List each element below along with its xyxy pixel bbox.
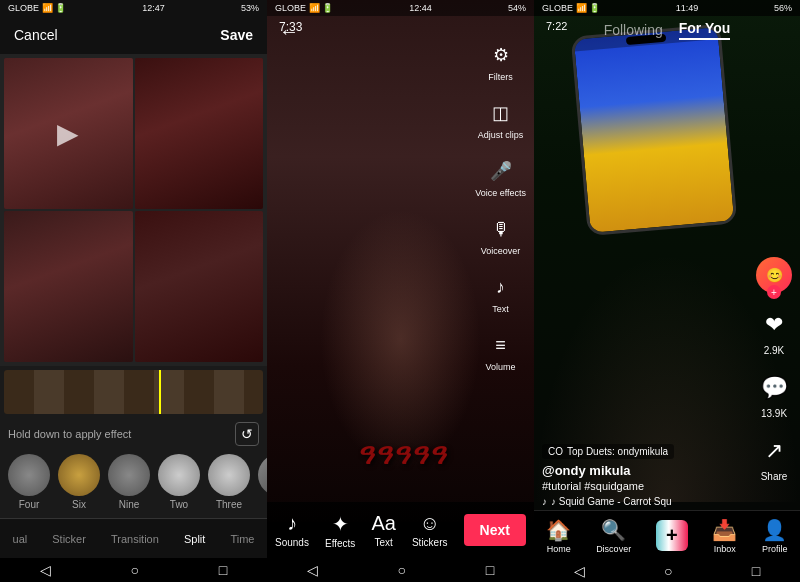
nav-back-icon-filters[interactable]: ◁ [307, 562, 318, 578]
effects-button[interactable]: ✦ Effects [325, 512, 355, 549]
inbox-icon: 📥 [712, 518, 737, 542]
effect-two[interactable]: Two [158, 454, 200, 510]
nav-profile-button[interactable]: 👤 Profile [762, 518, 788, 554]
editor-header: Cancel Save [0, 16, 267, 54]
effect-circle-two [158, 454, 200, 496]
filters-sidebar: ⚙ Filters ◫ Adjust clips 🎤 Voice effects… [475, 40, 526, 372]
hashtags-text[interactable]: #tutorial #squidgame [542, 480, 750, 492]
nav-recents-icon-filters[interactable]: □ [486, 562, 494, 578]
tab-sticker[interactable]: Sticker [52, 533, 86, 545]
filter-tool-filters[interactable]: ⚙ Filters [486, 40, 516, 82]
duets-badge[interactable]: CO Top Duets: ondymikula [542, 444, 674, 459]
effect-label-four: Four [19, 499, 40, 510]
volume-icon: ≡ [486, 330, 516, 360]
tiktok-like-action[interactable]: ❤ 2.9K [756, 307, 792, 356]
nav-following[interactable]: Following [604, 22, 663, 38]
nav-back-icon-tiktok[interactable]: ◁ [574, 563, 585, 579]
tiktok-share-action[interactable]: ↗ Share [756, 433, 792, 482]
timeline-strip[interactable] [4, 370, 263, 414]
effects-icon: ✦ [332, 512, 349, 536]
nav-for-you[interactable]: For You [679, 20, 731, 40]
effect-three[interactable]: Three [208, 454, 250, 510]
video-thumb-3[interactable] [4, 211, 133, 362]
nav-home-button[interactable]: 🏠 Home [546, 518, 571, 554]
adjust-label: Adjust clips [478, 130, 524, 140]
status-bar-filters: GLOBE 📶 🔋 12:44 54% [267, 0, 534, 16]
discover-label: Discover [596, 544, 631, 554]
add-icon: + [656, 520, 688, 551]
phone-screen-display [574, 27, 734, 233]
filter-tool-voiceover[interactable]: 🎙 Voiceover [481, 214, 521, 256]
next-button[interactable]: Next [464, 514, 526, 546]
tab-ual[interactable]: ual [13, 533, 28, 545]
like-icon: ❤ [756, 307, 792, 343]
tiktok-avatar-action[interactable]: 😊 + [756, 257, 792, 293]
nav-back-icon[interactable]: ◁ [40, 562, 51, 578]
nav-home-icon-filters[interactable]: ○ [398, 562, 406, 578]
cancel-button[interactable]: Cancel [14, 27, 58, 43]
filter-tool-volume[interactable]: ≡ Volume [486, 330, 516, 372]
effect-six[interactable]: Six [58, 454, 100, 510]
status-battery-filters: 54% [508, 3, 526, 13]
sounds-icon: ♪ [287, 512, 297, 535]
follow-plus-icon: + [767, 285, 781, 299]
video-thumb-1[interactable]: ▶ [4, 58, 133, 209]
sounds-button[interactable]: ♪ Sounds [275, 512, 309, 548]
share-label: Share [761, 471, 788, 482]
effect-label-three: Three [216, 499, 242, 510]
profile-label: Profile [762, 544, 788, 554]
effect-circle-four [8, 454, 50, 496]
nav-home-icon-tiktok[interactable]: ○ [664, 563, 672, 579]
stickers-button[interactable]: ☺ Stickers [412, 512, 448, 548]
timeline-inner [4, 370, 263, 414]
voiceover-icon: 🎙 [486, 214, 516, 244]
effect-label-two: Two [170, 499, 188, 510]
video-thumb-4[interactable] [135, 211, 264, 362]
timeline-cursor [159, 370, 161, 414]
filters-label: Filters [488, 72, 513, 82]
status-left-editor: GLOBE 📶 🔋 [8, 3, 66, 13]
held-phone [571, 24, 738, 236]
nav-inbox-button[interactable]: 📥 Inbox [712, 518, 737, 554]
undo-button[interactable]: ↺ [235, 422, 259, 446]
video-thumb-2[interactable] [135, 58, 264, 209]
text-tool-icon: ♪ [486, 272, 516, 302]
sounds-label: Sounds [275, 537, 309, 548]
adjust-icon: ◫ [486, 98, 516, 128]
effect-nine[interactable]: Nine [108, 454, 150, 510]
filter-tool-adjust[interactable]: ◫ Adjust clips [478, 98, 524, 140]
nav-recents-icon-tiktok[interactable]: □ [752, 563, 760, 579]
home-icon: 🏠 [546, 518, 571, 542]
status-left-filters: GLOBE 📶 🔋 [275, 3, 333, 13]
music-text[interactable]: ♪ ♪ Squid Game - Carrot Squ [542, 496, 750, 507]
nav-recents-icon[interactable]: □ [219, 562, 227, 578]
effect-four[interactable]: Four [8, 454, 50, 510]
nav-home-icon[interactable]: ○ [131, 562, 139, 578]
filter-tool-text[interactable]: ♪ Text [486, 272, 516, 314]
nav-discover-button[interactable]: 🔍 Discover [596, 518, 631, 554]
editor-bottom-bar: ual Sticker Transition Split Time [0, 518, 267, 558]
tiktok-top-nav: Following For You [534, 20, 800, 40]
duets-text: Top Duets: ondymikula [567, 446, 668, 457]
filters-icon: ⚙ [486, 40, 516, 70]
text-button[interactable]: Aa Text [371, 512, 395, 548]
effect-mix[interactable]: Mix [258, 454, 267, 510]
status-battery-editor: 53% [241, 3, 259, 13]
nav-add-button[interactable]: + [656, 520, 688, 551]
status-time-editor: 12:47 [142, 3, 165, 13]
filter-tool-voice[interactable]: 🎤 Voice effects [475, 156, 526, 198]
username-text[interactable]: @ondy mikula [542, 463, 750, 478]
save-button[interactable]: Save [220, 27, 253, 43]
tiktok-comment-action[interactable]: 💬 13.9K [756, 370, 792, 419]
text-icon: Aa [371, 512, 395, 535]
tab-split[interactable]: Split [184, 533, 205, 545]
tab-time[interactable]: Time [230, 533, 254, 545]
home-label: Home [547, 544, 571, 554]
user-avatar: 😊 + [756, 257, 792, 293]
status-bar-tiktok: GLOBE 📶 🔋 11:49 56% [534, 0, 800, 16]
like-count: 2.9K [764, 345, 785, 356]
comment-count: 13.9K [761, 408, 787, 419]
tab-transition[interactable]: Transition [111, 533, 159, 545]
tiktok-right-sidebar: 😊 + ❤ 2.9K 💬 13.9K ↗ Share [756, 257, 792, 482]
play-icon: ▶ [57, 117, 79, 150]
